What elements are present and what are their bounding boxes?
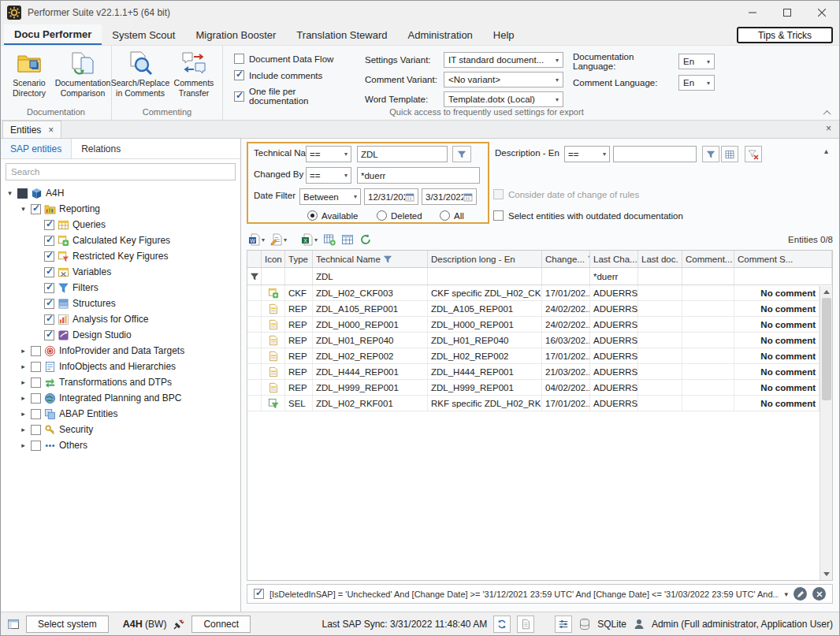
tree-checkbox[interactable] xyxy=(31,425,41,435)
minimize-button[interactable] xyxy=(735,1,770,24)
clear-filter-button[interactable] xyxy=(745,146,762,162)
column-header-description-long-en[interactable]: Description long - En xyxy=(428,251,542,267)
scenario-directory-button[interactable]: Scenario Directory xyxy=(2,47,56,107)
tree-checkbox[interactable] xyxy=(17,188,28,199)
collapse-filter-panel-icon[interactable]: ▴ xyxy=(824,147,828,155)
export-word-button[interactable]: W▾ xyxy=(247,232,266,247)
expand-node-icon[interactable]: ▸ xyxy=(17,426,29,433)
description-input[interactable] xyxy=(613,146,697,162)
filter-editor-button[interactable] xyxy=(721,146,738,162)
filter-cell-comment[interactable] xyxy=(682,268,734,285)
expand-node-icon[interactable]: ▸ xyxy=(17,378,29,386)
column-header-type[interactable]: Type xyxy=(285,251,313,267)
scroll-up-icon[interactable] xyxy=(823,286,830,298)
tree-checkbox[interactable] xyxy=(31,204,41,214)
tree-checkbox[interactable] xyxy=(31,441,41,451)
tree-item-transformations-and-dtps[interactable]: ▸Transformations and DTPs xyxy=(1,374,240,390)
filter-cell-type[interactable] xyxy=(285,268,313,285)
filter-cell-comment-s[interactable] xyxy=(734,268,832,285)
expand-node-icon[interactable]: ▸ xyxy=(17,394,29,402)
ribbon-tab-translation-steward[interactable]: Translation Steward xyxy=(286,24,397,45)
tree-checkbox[interactable] xyxy=(31,378,41,388)
checkbox-document-data-flow[interactable]: Document Data Flow xyxy=(234,54,355,64)
filter-funnel-icon[interactable] xyxy=(383,255,392,264)
tab-sap-entities[interactable]: SAP entities xyxy=(1,139,72,158)
table-row[interactable]: REPZDL_H000_REP001ZDL_H000_REP00124/02/2… xyxy=(247,317,820,333)
collapse-ribbon-icon[interactable] xyxy=(822,109,831,117)
edit-filter-button[interactable] xyxy=(794,587,807,601)
tree-item-integrated-planning-and-bpc[interactable]: ▸Integrated Planning and BPC xyxy=(1,390,240,406)
documentation-comparison-button[interactable]: Documentation Comparison xyxy=(56,47,110,107)
ribbon-tab-administration[interactable]: Administration xyxy=(397,24,482,45)
tree-item-restricted-key-figures[interactable]: Restricted Key Figures xyxy=(1,248,240,264)
date-from-input[interactable]: 12/31/2021 xyxy=(364,188,418,205)
settings-variant-dropdown[interactable]: IT standard document...▾ xyxy=(444,52,563,68)
filter-cell-technical-name[interactable]: ZDL xyxy=(313,268,428,285)
column-header-last-doc[interactable]: Last doc. xyxy=(638,251,682,267)
show-filter-button[interactable] xyxy=(702,146,719,162)
tree-item-reporting[interactable]: ▾Reporting xyxy=(1,201,240,217)
calendar-icon[interactable] xyxy=(463,192,473,202)
tree-item-variables[interactable]: Variables xyxy=(1,264,240,280)
tree-checkbox[interactable] xyxy=(31,362,41,372)
filter-cell-icon[interactable] xyxy=(262,268,285,285)
copy-table-button[interactable] xyxy=(322,232,337,247)
tab-relations[interactable]: Relations xyxy=(72,139,130,158)
radio-all[interactable]: All xyxy=(440,210,464,221)
settings-sliders-button[interactable] xyxy=(555,616,572,633)
scrollbar-thumb[interactable] xyxy=(822,298,831,400)
filter-cell-description-long-en[interactable] xyxy=(428,268,542,285)
technical-name-filter-menu-button[interactable] xyxy=(452,146,471,162)
column-header-comment[interactable]: Comment... xyxy=(682,251,734,267)
table-row[interactable]: REPZDL_H444_REP001ZDL_H444_REP00121/03/2… xyxy=(247,364,820,380)
tree-checkbox[interactable] xyxy=(44,220,54,230)
connect-button[interactable]: Connect xyxy=(191,616,251,633)
collapse-node-icon[interactable]: ▾ xyxy=(17,205,29,213)
tree-item-design-studio[interactable]: Design Studio xyxy=(1,327,240,343)
export-excel-button[interactable]: X▾ xyxy=(299,232,319,247)
tree-checkbox[interactable] xyxy=(31,409,41,419)
tree-item-filters[interactable]: Filters xyxy=(1,280,240,296)
close-tab-icon[interactable]: × xyxy=(48,125,54,135)
close-panel-icon[interactable]: × xyxy=(826,124,831,133)
filter-enabled-checkbox[interactable] xyxy=(254,589,264,599)
tree-checkbox[interactable] xyxy=(44,236,54,246)
column-header-icon[interactable]: Icon xyxy=(262,251,285,267)
comment-variant-dropdown[interactable]: <No variant>▾ xyxy=(444,72,563,87)
date-filter-operator[interactable]: Between▾ xyxy=(299,188,361,205)
chevron-down-icon[interactable]: ▾ xyxy=(262,236,265,244)
panel-icon[interactable] xyxy=(7,618,20,630)
tree-checkbox[interactable] xyxy=(44,267,54,277)
chevron-down-icon[interactable]: ▾ xyxy=(284,236,287,244)
outdated-docs-checkbox[interactable]: Select entities with outdated documentat… xyxy=(493,210,683,221)
column-header-last-cha[interactable]: Last Cha... xyxy=(590,251,638,267)
checkbox-one-file-per-documentation[interactable]: One file per documentation xyxy=(234,87,355,106)
expand-node-icon[interactable]: ▸ xyxy=(17,363,29,370)
refresh-button[interactable] xyxy=(358,232,374,247)
vertical-scrollbar[interactable] xyxy=(820,286,832,580)
changed-by-operator[interactable]: ==▾ xyxy=(306,167,351,184)
word-template-dropdown[interactable]: Template.dotx (Local)▾ xyxy=(444,91,563,107)
ribbon-tab-help[interactable]: Help xyxy=(483,24,525,45)
collapse-node-icon[interactable]: ▾ xyxy=(4,189,16,197)
close-button[interactable] xyxy=(805,1,839,24)
tree-item-infoprovider-and-data-targets[interactable]: ▸InfoProvider and Data Targets xyxy=(1,343,240,359)
expand-node-icon[interactable]: ▸ xyxy=(17,441,29,449)
table-row[interactable]: REPZDL_H999_REP001ZDL_H999_REP00104/02/2… xyxy=(247,380,820,396)
tree-item-security[interactable]: ▸Security xyxy=(1,422,240,437)
select-system-button[interactable]: Select system xyxy=(26,616,109,633)
radio-available[interactable]: Available xyxy=(307,210,358,221)
scroll-down-icon[interactable] xyxy=(823,568,830,580)
sync-refresh-button[interactable] xyxy=(493,616,511,633)
expand-node-icon[interactable]: ▸ xyxy=(17,347,29,355)
column-header-change[interactable]: Change... xyxy=(542,251,590,267)
tab-entities[interactable]: Entities × xyxy=(2,121,61,138)
checkbox-include-comments[interactable]: Include comments xyxy=(234,70,355,80)
tree-item-structures[interactable]: Structures xyxy=(1,296,240,311)
filter-cell-last-doc[interactable] xyxy=(638,268,682,285)
tree-checkbox[interactable] xyxy=(44,251,54,262)
technical-name-operator[interactable]: ==▾ xyxy=(306,146,351,162)
table-row[interactable]: SELZDL_H02_RKF001RKF specific ZDL_H02_RK… xyxy=(247,396,820,411)
tree-item-a4h[interactable]: ▾A4H xyxy=(1,185,240,201)
tree-checkbox[interactable] xyxy=(31,393,41,404)
